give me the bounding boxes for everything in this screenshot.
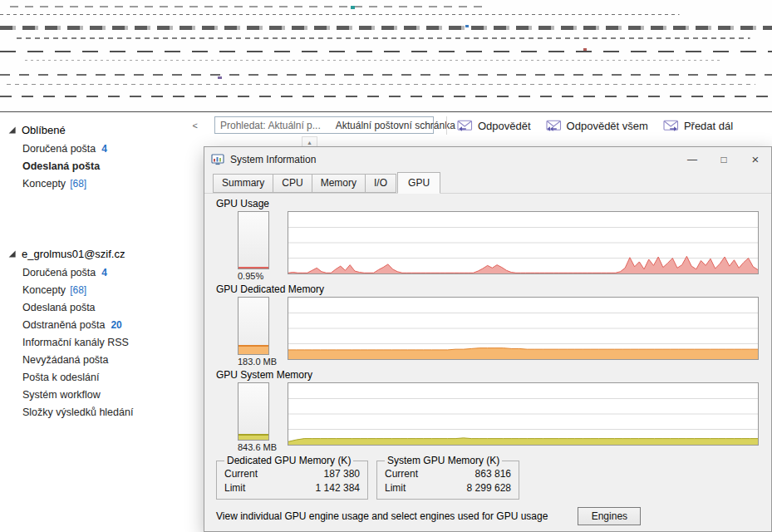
- gauge: [238, 297, 269, 355]
- corrupted-ribbon-area: [0, 0, 772, 112]
- system-information-icon: [211, 153, 224, 166]
- system-information-window: System Information — □ × SummaryCPUMemor…: [204, 146, 772, 532]
- tab-gpu[interactable]: GPU: [397, 172, 440, 194]
- folder-item-label: Odeslaná pošta: [22, 160, 100, 172]
- tab-i-o[interactable]: I/O: [365, 174, 396, 193]
- expand-triangle-icon: [8, 250, 16, 258]
- minimize-button[interactable]: —: [676, 147, 708, 171]
- gauge-fill: [238, 434, 268, 440]
- folder-item-label: Doručená pošta: [22, 143, 96, 155]
- action-label: Předat dál: [684, 120, 733, 132]
- gpu-footer: View individual GPU engine usage and sel…: [216, 507, 759, 525]
- memory-row-label: Limit: [385, 482, 406, 494]
- folder-item-label: Informační kanály RSS: [22, 337, 129, 348]
- expand-triangle-icon: [8, 126, 16, 134]
- folder-section-header[interactable]: e_grolmus01@szif.cz: [0, 244, 209, 264]
- section-label: GPU Dedicated Memory: [216, 283, 759, 295]
- search-box[interactable]: Prohledat: Aktuální p... Aktuální poštov…: [214, 116, 434, 134]
- memory-row-value: 1 142 384: [316, 482, 360, 494]
- search-input[interactable]: Prohledat: Aktuální p...: [220, 120, 321, 131]
- folder-item[interactable]: Nevyžádaná pošta: [0, 352, 209, 369]
- close-button[interactable]: ×: [740, 147, 771, 171]
- memory-group: System GPU Memory (K)Current863 816Limit…: [376, 455, 519, 500]
- memory-group: Dedicated GPU Memory (K)Current187 380Li…: [216, 455, 368, 500]
- window-title: System Information: [230, 154, 316, 165]
- folder-item-label: Koncepty: [22, 178, 66, 190]
- folder-section-title: Oblíbené: [22, 124, 66, 136]
- reply-button[interactable]: Odpovědět: [457, 120, 531, 132]
- toolbar-divider: [446, 116, 447, 135]
- forward-button[interactable]: Předat dál: [663, 120, 733, 132]
- gpu-footer-text: View individual GPU engine usage and sel…: [216, 510, 548, 522]
- gauge-value: 0.95%: [238, 271, 284, 281]
- tab-cpu[interactable]: CPU: [273, 174, 312, 193]
- reply-all-icon: [546, 120, 562, 132]
- folder-item-label: Složky výsledků hledání: [22, 406, 133, 418]
- memory-row-label: Limit: [224, 482, 245, 494]
- maximize-button[interactable]: □: [708, 147, 740, 171]
- memory-row: Limit8 299 628: [385, 480, 511, 495]
- reply-all-button[interactable]: Odpovědět všem: [546, 120, 648, 132]
- folder-item[interactable]: Doručená pošta4: [0, 140, 209, 158]
- folder-item[interactable]: Odeslaná pošta: [0, 299, 209, 317]
- action-label: Odpovědět všem: [567, 120, 648, 132]
- gauge-value: 183.0 MB: [238, 357, 284, 367]
- folder-item-label: Koncepty: [22, 284, 66, 296]
- section-label: GPU System Memory: [216, 369, 759, 381]
- memory-row-label: Current: [224, 468, 258, 480]
- forward-icon: [663, 120, 679, 132]
- engines-button[interactable]: Engines: [578, 507, 641, 525]
- tab-strip: SummaryCPUMemoryI/OGPU: [204, 171, 771, 194]
- memory-row-value: 187 380: [324, 468, 360, 480]
- folder-item-label: Odeslaná pošta: [22, 302, 96, 313]
- folder-item-label: Odstraněná pošta: [22, 319, 105, 331]
- gauge-fill: [238, 267, 268, 268]
- folder-section-header[interactable]: Oblíbené: [0, 121, 209, 140]
- history-graph: [288, 297, 759, 360]
- gauge-fill: [238, 345, 268, 354]
- folder-item[interactable]: Doručená pošta4: [0, 264, 209, 282]
- tab-memory[interactable]: Memory: [312, 174, 366, 193]
- folder-item[interactable]: Systém workflow: [0, 387, 209, 404]
- folder-item[interactable]: Koncepty[68]: [0, 282, 209, 299]
- history-chart: [288, 383, 758, 445]
- memory-row: Limit1 142 384: [224, 480, 360, 495]
- folder-section: e_grolmus01@szif.czDoručená pošta4Koncep…: [0, 244, 209, 421]
- unread-badge: [68]: [70, 178, 86, 190]
- screen: < OblíbenéDoručená pošta4Odeslaná poštaK…: [0, 0, 772, 532]
- folder-item[interactable]: Odstraněná pošta20: [0, 317, 209, 334]
- action-label: Odpovědět: [478, 120, 531, 132]
- folder-item[interactable]: Složky výsledků hledání: [0, 404, 209, 421]
- gauge: [238, 382, 269, 441]
- unread-badge: 4: [101, 143, 107, 155]
- reply-icon: [457, 120, 473, 132]
- memory-row-value: 863 816: [475, 468, 511, 480]
- unread-badge: [68]: [70, 284, 86, 296]
- folder-item[interactable]: Koncepty[68]: [0, 175, 209, 193]
- folder-item[interactable]: Pošta k odeslání: [0, 369, 209, 387]
- gpu-tab-content: GPU Usage0.95%GPU Dedicated Memory183.0 …: [204, 194, 771, 525]
- memory-row-label: Current: [385, 468, 418, 480]
- search-scope-dropdown[interactable]: Aktuální poštovní schránka: [336, 120, 455, 131]
- window-titlebar[interactable]: System Information — □ ×: [204, 147, 771, 171]
- mail-actions-toolbar: OdpovědětOdpovědět všemPředat dál: [457, 117, 733, 135]
- gpu-section: GPU Usage0.95%: [216, 198, 759, 281]
- folder-section: OblíbenéDoručená pošta4Odeslaná poštaKon…: [0, 121, 209, 193]
- gauge-value: 843.6 MB: [238, 442, 284, 452]
- folder-item[interactable]: Informační kanály RSS: [0, 334, 209, 352]
- collapse-folder-pane-button[interactable]: <: [193, 121, 198, 131]
- tab-summary[interactable]: Summary: [213, 174, 273, 193]
- history-graph: [288, 211, 759, 274]
- memory-groups: Dedicated GPU Memory (K)Current187 380Li…: [216, 455, 759, 500]
- folder-item-label: Doručená pošta: [22, 267, 96, 278]
- memory-row: Current863 816: [385, 466, 511, 480]
- memory-row-value: 8 299 628: [467, 482, 511, 494]
- memory-row: Current187 380: [224, 466, 360, 480]
- history-chart: [288, 298, 758, 359]
- gauge: [238, 211, 269, 269]
- folder-item-label: Systém workflow: [22, 389, 101, 401]
- unread-badge: 4: [101, 267, 107, 278]
- folder-item-label: Nevyžádaná pošta: [22, 354, 109, 366]
- folder-item[interactable]: Odeslaná pošta: [0, 158, 209, 175]
- gpu-section: GPU Dedicated Memory183.0 MB: [216, 283, 759, 367]
